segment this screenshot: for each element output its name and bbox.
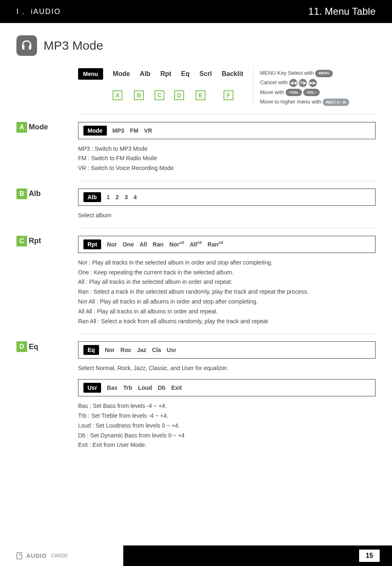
vol-up-pill: +VOL bbox=[286, 89, 302, 96]
rpt-ranall: RanAll bbox=[208, 241, 223, 248]
help-panel: MENU Key Select with MENU Cancel with ◀◀… bbox=[253, 68, 349, 107]
alb-2: 2 bbox=[115, 194, 119, 200]
alb-active: Alb bbox=[83, 192, 101, 202]
top-bar: I . iAUDIO 11. Menu Table bbox=[0, 0, 392, 23]
top-left: I . iAUDIO bbox=[0, 0, 123, 23]
alb-1: 1 bbox=[107, 194, 110, 200]
footer-model: CW200 bbox=[51, 553, 67, 559]
d-desc-2: Loud : Set Loudness from levels 0 ~ +4. bbox=[78, 421, 376, 431]
usr-exit: Exit bbox=[171, 384, 182, 391]
section-b-desc: Select album bbox=[78, 211, 376, 221]
rpt-nor: Nor bbox=[107, 241, 117, 248]
a-desc-2: VR : Switch to Voice Recording Mode bbox=[78, 163, 376, 173]
separator bbox=[78, 181, 376, 181]
help-l2: Cancel with bbox=[260, 79, 289, 85]
page-heading-row: MP3 Mode bbox=[16, 35, 376, 56]
menu-item-eq: Eq bbox=[181, 70, 189, 78]
separator bbox=[78, 334, 376, 334]
alb-3: 3 bbox=[125, 194, 128, 200]
rpt-ran: Ran bbox=[153, 241, 164, 248]
section-d-desc: Bas : Set Bass from levels -4 ~ +4. Trb … bbox=[78, 401, 376, 450]
usr-trb: Trb bbox=[123, 384, 132, 391]
eq-roc: Roc bbox=[120, 347, 131, 353]
menu-item-rpt: Rpt bbox=[160, 70, 171, 78]
eq-mid-desc: Select Normal, Rock, Jazz, Classic, and … bbox=[78, 364, 376, 373]
rpt-one: One bbox=[122, 241, 134, 248]
section-a-label: A Mode bbox=[16, 122, 48, 133]
rewind-icon: ◀◀ bbox=[289, 79, 297, 87]
usr-menubox: Usr Bas Trb Loud Db Exit bbox=[78, 379, 376, 396]
letter-b: B bbox=[134, 90, 144, 100]
mode-opt-fm: FM bbox=[130, 127, 138, 134]
rpt-all: All bbox=[140, 241, 147, 248]
section-b-label: B Alb bbox=[16, 189, 41, 199]
section-c-title: Rpt bbox=[29, 237, 41, 245]
help-l4: Move to higher menu with bbox=[260, 99, 323, 105]
mode-opt-mp3: MP3 bbox=[113, 127, 125, 134]
letter-d: D bbox=[174, 90, 184, 100]
rpt-allall: AllAll bbox=[190, 241, 202, 248]
letter-f: F bbox=[224, 90, 233, 100]
menu-item-scrl: Scrl bbox=[199, 70, 212, 78]
c-desc-4: Nor All : Play all tracks in all albums … bbox=[78, 297, 376, 307]
help-l1: MENU Key Select with bbox=[260, 70, 315, 76]
c-desc-6: Ran All : Select a track from all albums… bbox=[78, 317, 376, 327]
rpt-norall: NorAll bbox=[169, 241, 184, 248]
a-desc-1: FM : Switch to FM Radio Mode bbox=[78, 154, 376, 163]
mode-active: Mode bbox=[83, 126, 107, 136]
section-b-title: Alb bbox=[29, 189, 41, 198]
section-d-letter: D bbox=[16, 341, 27, 352]
top-left-prefix: I . bbox=[16, 7, 25, 16]
forward-icon: ▶▶ bbox=[309, 79, 317, 87]
menu-badge: Menu bbox=[78, 68, 103, 80]
alb-4: 4 bbox=[134, 194, 137, 200]
section-c-letter: C bbox=[16, 236, 27, 246]
page-number: 15 bbox=[359, 550, 380, 562]
d-desc-3: Db : Set Dynamic Bass from levels 0 ~ +4 bbox=[78, 431, 376, 441]
eq-jaz: Jaz bbox=[137, 347, 146, 353]
top-left-brand: iAUDIO bbox=[31, 7, 61, 16]
c-desc-5: All All : Play all tracks in all albums … bbox=[78, 307, 376, 317]
playpause-icon: II/▶ bbox=[299, 79, 307, 87]
separator bbox=[78, 114, 376, 115]
eq-cla: Cla bbox=[152, 347, 161, 353]
section-d-title: Eq bbox=[29, 343, 38, 351]
rec-ab-pill: REC / A↔B bbox=[323, 99, 349, 106]
d-desc-0: Bas : Set Bass from levels -4 ~ +4. bbox=[78, 401, 376, 411]
eq-nor: Nor bbox=[105, 347, 115, 353]
usr-loud: Loud bbox=[138, 384, 152, 391]
footer-right: 15 bbox=[123, 545, 392, 566]
usr-active: Usr bbox=[83, 383, 101, 393]
a-desc-0: MP3 : Switch to MP3 Mode bbox=[78, 144, 376, 154]
usr-db: Db bbox=[158, 384, 166, 391]
c-desc-3: Ran : Select a track in the selected alb… bbox=[78, 287, 376, 297]
section-b-letter: B bbox=[16, 189, 27, 199]
letter-e: E bbox=[196, 90, 205, 100]
section-a-desc: MP3 : Switch to MP3 Mode FM : Switch to … bbox=[78, 144, 376, 173]
headphones-icon bbox=[16, 35, 37, 56]
page-title: MP3 Mode bbox=[44, 39, 103, 53]
alb-menubox: Alb 1 2 3 4 bbox=[78, 189, 376, 206]
section-c-label: C Rpt bbox=[16, 236, 41, 246]
mode-menubox: Mode MP3 FM VR bbox=[78, 122, 376, 139]
eq-menubox: Eq Nor Roc Jaz Cla Usr bbox=[78, 341, 376, 359]
top-right: 11. Menu Table bbox=[123, 0, 392, 23]
footer: AUDIO CW200 15 bbox=[0, 545, 392, 566]
vol-down-pill: VOL− bbox=[303, 89, 320, 96]
letter-a: A bbox=[113, 90, 122, 100]
help-l3: Move with bbox=[260, 89, 286, 95]
d-desc-4: Exit : Exit from User Mode. bbox=[78, 440, 376, 450]
menu-key-pill: MENU bbox=[315, 70, 333, 77]
rpt-menubox: Rpt Nor One All Ran NorAll AllAll RanAll bbox=[78, 236, 376, 253]
rpt-active: Rpt bbox=[83, 239, 101, 249]
section-c-desc: Nor : Play all tracks in the selected al… bbox=[78, 258, 376, 327]
letter-c: C bbox=[154, 90, 164, 100]
d-desc-1: Trb : Set Treble from levels -4 ~ +4. bbox=[78, 411, 376, 421]
menu-item-backlit: Backlit bbox=[221, 70, 243, 78]
c-desc-0: Nor : Play all tracks in the selected al… bbox=[78, 258, 376, 268]
section-d-label: D Eq bbox=[16, 341, 38, 352]
footer-brand: AUDIO bbox=[26, 552, 47, 559]
eq-usr: Usr bbox=[167, 347, 176, 353]
mode-opt-vr: VR bbox=[144, 127, 152, 134]
footer-logo-icon bbox=[16, 552, 22, 559]
